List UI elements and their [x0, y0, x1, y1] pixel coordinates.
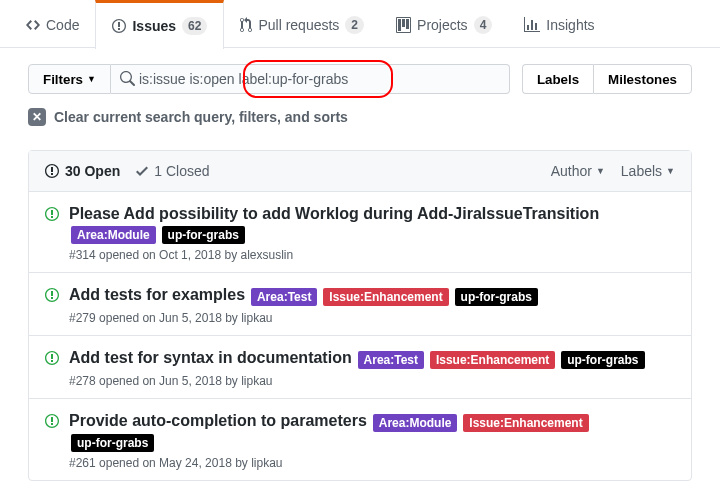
clear-filters[interactable]: ✕ Clear current search query, filters, a…: [0, 104, 720, 140]
filters-label: Filters: [43, 72, 83, 87]
issue-body: Add tests for examples Area:Test Issue:E…: [69, 283, 675, 325]
tab-code-label: Code: [46, 17, 79, 33]
issue-row: Add tests for examples Area:Test Issue:E…: [29, 273, 691, 336]
issue-row: Add test for syntax in documentation Are…: [29, 336, 691, 399]
issue-title[interactable]: Please Add possibility to add Worklog du…: [69, 205, 599, 222]
issues-count: 62: [182, 17, 207, 35]
filters-button[interactable]: Filters ▼: [28, 64, 111, 94]
author-dropdown[interactable]: Author ▼: [551, 163, 605, 179]
closed-count: 1 Closed: [154, 163, 209, 179]
graph-icon: [524, 17, 540, 33]
labels-dropdown[interactable]: Labels ▼: [621, 163, 675, 179]
clear-text: Clear current search query, filters, and…: [54, 109, 348, 125]
label-pill[interactable]: Issue:Enhancement: [463, 414, 588, 432]
label-pill[interactable]: up-for-grabs: [561, 351, 644, 369]
issue-row: Provide auto-completion to parameters Ar…: [29, 399, 691, 479]
tab-code[interactable]: Code: [10, 0, 95, 47]
issues-toolbar: Filters ▼ Labels Milestones: [0, 48, 720, 104]
search-wrap: [111, 64, 510, 94]
projects-count: 4: [474, 16, 493, 34]
issue-open-icon: [45, 287, 59, 325]
issue-open-icon: [45, 413, 59, 469]
list-header: 30 Open 1 Closed Author ▼ Labels ▼: [29, 151, 691, 192]
issue-icon: [112, 18, 126, 34]
issue-body: Please Add possibility to add Worklog du…: [69, 202, 675, 262]
issue-meta: #278 opened on Jun 5, 2018 by lipkau: [69, 374, 675, 388]
issue-meta: #314 opened on Oct 1, 2018 by alexsuslin: [69, 248, 675, 262]
label-pill[interactable]: up-for-grabs: [162, 226, 245, 244]
caret-down-icon: ▼: [596, 166, 605, 176]
label-pill[interactable]: up-for-grabs: [455, 288, 538, 306]
search-input[interactable]: [135, 65, 501, 93]
labels-button[interactable]: Labels: [522, 64, 593, 94]
tab-projects-label: Projects: [417, 17, 468, 33]
tab-issues-label: Issues: [132, 18, 176, 34]
closed-filter[interactable]: 1 Closed: [136, 163, 209, 179]
milestones-button[interactable]: Milestones: [593, 64, 692, 94]
label-pill[interactable]: Issue:Enhancement: [430, 351, 555, 369]
issue-body: Add test for syntax in documentation Are…: [69, 346, 675, 388]
pull-request-icon: [240, 17, 252, 33]
labels-milestones-group: Labels Milestones: [522, 64, 692, 94]
label-pill[interactable]: Area:Module: [373, 414, 458, 432]
issue-row: Please Add possibility to add Worklog du…: [29, 192, 691, 273]
filter-search-group: Filters ▼: [28, 64, 510, 94]
issue-open-icon: [45, 350, 59, 388]
open-count: 30 Open: [65, 163, 120, 179]
tab-pulls[interactable]: Pull requests 2: [224, 0, 380, 48]
issue-meta: #279 opened on Jun 5, 2018 by lipkau: [69, 311, 675, 325]
issue-open-icon: [45, 163, 59, 179]
search-icon: [119, 71, 135, 87]
label-pill[interactable]: Area:Test: [251, 288, 317, 306]
tab-projects[interactable]: Projects 4: [380, 0, 508, 48]
label-pill[interactable]: up-for-grabs: [71, 434, 154, 452]
repo-tabs: Code Issues 62 Pull requests 2 Projects …: [0, 0, 720, 48]
caret-down-icon: ▼: [666, 166, 675, 176]
close-icon: ✕: [28, 108, 46, 126]
labels-label: Labels: [621, 163, 662, 179]
check-icon: [136, 163, 148, 179]
issues-list: 30 Open 1 Closed Author ▼ Labels ▼ Pleas…: [28, 150, 692, 481]
issue-open-icon: [45, 206, 59, 262]
issue-title[interactable]: Add test for syntax in documentation: [69, 349, 352, 366]
author-label: Author: [551, 163, 592, 179]
tab-pulls-label: Pull requests: [258, 17, 339, 33]
tab-insights[interactable]: Insights: [508, 0, 610, 47]
label-pill[interactable]: Area:Test: [358, 351, 424, 369]
tab-insights-label: Insights: [546, 17, 594, 33]
open-filter[interactable]: 30 Open: [45, 163, 120, 179]
issue-title[interactable]: Provide auto-completion to parameters: [69, 412, 367, 429]
issue-title[interactable]: Add tests for examples: [69, 286, 245, 303]
pulls-count: 2: [345, 16, 364, 34]
label-pill[interactable]: Area:Module: [71, 226, 156, 244]
tab-issues[interactable]: Issues 62: [95, 0, 224, 49]
label-pill[interactable]: Issue:Enhancement: [323, 288, 448, 306]
project-icon: [396, 17, 411, 33]
issue-body: Provide auto-completion to parameters Ar…: [69, 409, 675, 469]
caret-down-icon: ▼: [87, 74, 96, 84]
issue-meta: #261 opened on May 24, 2018 by lipkau: [69, 456, 675, 470]
code-icon: [26, 17, 40, 33]
